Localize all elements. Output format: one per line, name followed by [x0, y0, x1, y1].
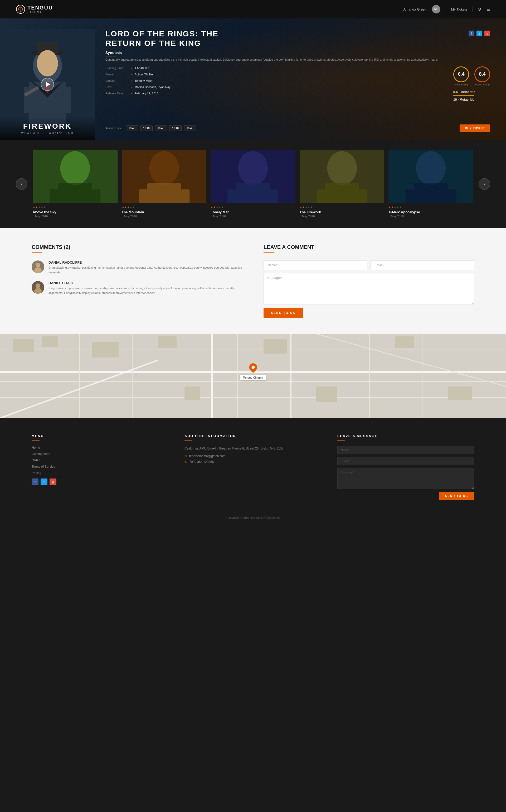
logo[interactable]: TENGUU CINEMA — [16, 4, 53, 14]
movie-card-title: The Firework — [300, 210, 385, 214]
movie-card-date: 5 May 2016 — [122, 215, 206, 218]
send-button[interactable]: SEND TO US — [264, 308, 303, 318]
carousel-next[interactable]: › — [479, 178, 490, 190]
footer-menu-col: MENU HomeComing soonOrderTerms of Servic… — [31, 434, 169, 500]
movie-title-large: FIREWORK — [5, 122, 90, 131]
svg-rect-18 — [147, 183, 181, 203]
movie-card[interactable]: ★★★★★ The Firework 5 May 2016 — [300, 150, 385, 218]
footer-menu-item[interactable]: Home — [31, 446, 169, 450]
svg-rect-48 — [79, 334, 80, 418]
footer-menu-item[interactable]: Coming soon — [31, 452, 169, 456]
footer-address-text: California, AMC Dine-In Theatres Marina … — [184, 446, 322, 451]
footer-menu-title: MENU — [31, 434, 169, 438]
svg-rect-44 — [0, 381, 506, 382]
movie-card-title: Above the Sky — [33, 210, 117, 214]
footer-address-underline — [184, 440, 192, 440]
svg-point-40 — [35, 283, 40, 288]
svg-rect-13 — [58, 183, 92, 203]
svg-rect-46 — [237, 334, 238, 418]
movie-card-title: Lonely Man — [210, 210, 296, 214]
svg-rect-29 — [317, 189, 325, 203]
footer-email-input[interactable] — [337, 457, 475, 465]
svg-rect-33 — [414, 183, 448, 203]
map-pin: Tenguu Cinema — [240, 363, 266, 380]
movie-card-title: The Mountain — [122, 210, 206, 214]
synopsis-label: Synopsis — [105, 51, 490, 57]
nav-divider-2 — [473, 7, 473, 12]
svg-point-65 — [251, 366, 255, 369]
hero-section: THOMAS BLACK — [0, 18, 506, 140]
email-input[interactable] — [370, 260, 475, 270]
svg-rect-54 — [13, 339, 34, 352]
svg-rect-62 — [448, 387, 472, 400]
hero-poster: THOMAS BLACK — [0, 29, 95, 140]
svg-rect-14 — [50, 189, 58, 203]
footer-message-textarea[interactable] — [337, 468, 475, 489]
navbar: TENGUU CINEMA Amanda Green AG My Tickets… — [0, 0, 506, 18]
footer-menu-item[interactable]: Order — [31, 459, 169, 462]
carousel-section: ‹ ★★★★★ Above the Sky 5 May 2016 — [0, 140, 506, 228]
brand-sub: CINEMA — [27, 11, 53, 14]
footer-menu-item[interactable]: Pricing — [31, 471, 169, 475]
email-icon: ✉ — [184, 454, 187, 458]
footer-social: f t g — [31, 479, 169, 485]
movies-grid: ★★★★★ Above the Sky 5 May 2016 ★★★★★ The… — [33, 150, 473, 218]
movie-title-overlay: FIREWORK WHAT ARE U LOOKING FOR — [0, 117, 95, 140]
svg-point-32 — [416, 151, 446, 185]
movie-card-date: 5 May 2016 — [210, 215, 296, 218]
footer-name-input[interactable] — [337, 446, 475, 454]
footer-menu-underline — [31, 440, 39, 440]
brand-name: TENGUU — [27, 5, 53, 11]
comment-item: DANIEL CRAIG Progressively repurpose ext… — [31, 281, 242, 295]
footer-menu-item[interactable]: Terms of Service — [31, 465, 169, 469]
movie-card-image — [33, 150, 117, 203]
movie-stars: ★★★★★ — [210, 206, 296, 209]
map-location-label: Tenguu Cinema — [240, 375, 266, 380]
movie-card[interactable]: ★★★★★ X-Men: Apocalypse 5 May 2016 — [389, 150, 473, 218]
phone-icon: ✆ — [184, 460, 187, 464]
movie-card-date: 5 May 2016 — [389, 215, 473, 218]
svg-rect-58 — [184, 387, 200, 400]
svg-rect-25 — [270, 189, 278, 203]
movie-card[interactable]: ★★★★★ The Mountain 5 May 2016 — [122, 150, 206, 218]
movie-card[interactable]: ★★★★★ Lonely Man 5 May 2016 — [210, 150, 296, 218]
movie-card-image — [210, 150, 296, 203]
message-textarea[interactable] — [264, 273, 475, 305]
footer-twitter-icon[interactable]: t — [40, 479, 48, 485]
svg-rect-50 — [369, 334, 370, 418]
svg-rect-19 — [139, 189, 147, 203]
search-icon[interactable]: ⚲ — [478, 7, 481, 12]
movie-card[interactable]: ★★★★★ Above the Sky 5 May 2016 — [33, 150, 117, 218]
comment-form: SEND TO US — [264, 260, 475, 318]
name-input[interactable] — [264, 260, 367, 270]
footer-address-title: ADDRESS INFORMATION — [184, 434, 322, 438]
my-tickets-link[interactable]: My Tickets — [451, 7, 467, 11]
menu-icon[interactable]: ☰ — [487, 7, 490, 12]
movie-card-image — [389, 150, 473, 203]
footer-address-col: ADDRESS INFORMATION California, AMC Dine… — [184, 434, 322, 500]
svg-rect-55 — [42, 336, 58, 347]
footer: MENU HomeComing soonOrderTerms of Servic… — [0, 418, 506, 530]
footer-facebook-icon[interactable]: f — [31, 479, 38, 485]
svg-rect-51 — [422, 334, 422, 418]
svg-rect-20 — [181, 189, 189, 203]
carousel-prev[interactable]: ‹ — [16, 178, 27, 190]
svg-rect-35 — [448, 189, 456, 203]
footer-email: ✉ tenglscinema@gmail.com — [184, 454, 322, 458]
comment-text: Progressively repurpose extensive partne… — [49, 286, 242, 295]
footer-send-button[interactable]: SEND TO US — [439, 492, 475, 500]
footer-googleplus-icon[interactable]: g — [50, 479, 57, 485]
avatar: AG — [432, 5, 440, 13]
svg-rect-28 — [325, 183, 359, 203]
rotten-rating: 8.4 — [475, 66, 490, 82]
svg-rect-61 — [395, 336, 414, 348]
comments-section: COMMENTS (2) DANIAL RADCLIFFE Dramatical… — [0, 228, 506, 334]
svg-rect-6 — [63, 87, 71, 113]
svg-rect-56 — [92, 342, 118, 357]
svg-rect-57 — [158, 336, 177, 348]
play-button[interactable] — [41, 78, 54, 91]
svg-point-12 — [60, 151, 90, 185]
movie-card-image — [122, 150, 206, 203]
svg-rect-30 — [359, 189, 367, 203]
imdb-rating: 6.4 — [453, 66, 469, 82]
